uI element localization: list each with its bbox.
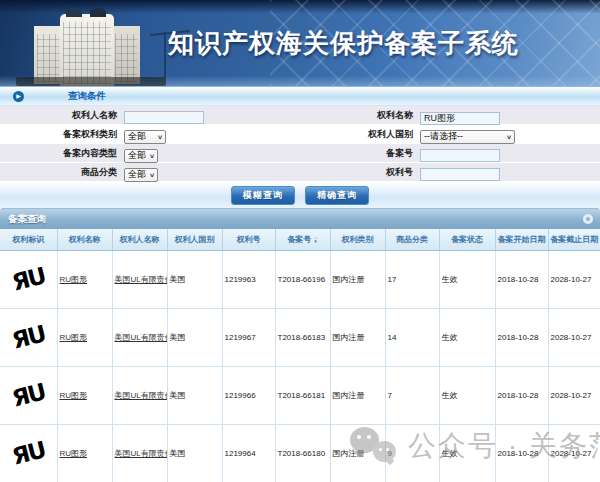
col-right-name[interactable]: 权利名称 (57, 229, 112, 250)
cell-start-date: 2018-10-28 (495, 424, 548, 482)
col-start-date[interactable]: 备案开始日期 (495, 229, 548, 250)
product-class-value: 全部 (128, 168, 146, 181)
right-name-link[interactable]: RU图形 (60, 391, 88, 400)
cell-end-date: 2028-10-27 (548, 308, 600, 366)
holder-name-link[interactable]: 美国UL有限责任公司 (115, 275, 168, 284)
col-right-no[interactable]: 权利号 (222, 229, 275, 250)
sort-icon[interactable]: ▲▼ (313, 236, 317, 243)
cell-record-no: T2018-66196 (275, 250, 330, 308)
fuzzy-query-button[interactable]: 模糊查询 (231, 186, 295, 205)
right-name-link[interactable]: RU图形 (60, 275, 88, 284)
building-right-wing (112, 26, 140, 84)
table-header-row: 权利标识 权利名称 权利人名称 权利人国别 权利号 备案号▲▼ 权利类别 商品分… (0, 229, 600, 250)
holder-country-label: 权利人国别 (296, 128, 420, 141)
app-banner: 知识产权海关保护备案子系统 (0, 0, 600, 86)
holder-name-input[interactable] (124, 111, 204, 124)
cell-country: 美国 (167, 424, 222, 482)
record-content-type-select[interactable]: 全部 ∨ (124, 149, 158, 163)
cell-record-no: T2018-66181 (275, 366, 330, 424)
cell-right-type: 国内注册 (330, 250, 385, 308)
cell-record-no: T2018-66180 (275, 424, 330, 482)
col-right-type[interactable]: 权利类别 (330, 229, 385, 250)
collapse-arrow-icon[interactable]: ▶ (13, 91, 24, 102)
table-row: ЯU RU图形 美国UL有限责任公司 美国 1219963 T2018-6619… (0, 250, 600, 308)
ru-mark-logo: ЯU (9, 262, 47, 295)
right-name-label: 权利名称 (296, 109, 420, 122)
cell-end-date: 2028-10-27 (548, 366, 600, 424)
product-class-label: 商品分类 (0, 166, 124, 179)
right-name-link[interactable]: RU图形 (60, 333, 88, 342)
col-record-no[interactable]: 备案号▲▼ (275, 229, 330, 250)
cell-start-date: 2018-10-28 (495, 308, 548, 366)
chevron-down-icon: ∨ (157, 133, 163, 140)
col-record-status[interactable]: 备案状态 (439, 229, 495, 250)
table-row: ЯU RU图形 美国UL有限责任公司 美国 1219964 T2018-6618… (0, 424, 600, 482)
cell-country: 美国 (167, 366, 222, 424)
dock-silhouette (16, 77, 166, 86)
holder-name-link[interactable]: 美国UL有限责任公司 (115, 391, 168, 400)
col-holder-name[interactable]: 权利人名称 (112, 229, 167, 250)
cell-right-no: 1219966 (222, 366, 275, 424)
table-row: ЯU RU图形 美国UL有限责任公司 美国 1219966 T2018-6618… (0, 366, 600, 424)
ru-mark-logo: ЯU (9, 320, 47, 353)
cell-end-date: 2028-10-27 (548, 424, 600, 482)
results-table: 权利标识 权利名称 权利人名称 权利人国别 权利号 备案号▲▼ 权利类别 商品分… (0, 229, 600, 482)
customs-building-graphic (30, 8, 148, 86)
exact-query-button[interactable]: 精确查询 (305, 186, 369, 205)
page: 知识产权海关保护备案子系统 ▶ 查询条件 权利人名称 权利名称 备案权利类别 全… (0, 0, 600, 482)
panel-collapse-button[interactable] (583, 214, 593, 224)
ru-mark-logo: ЯU (9, 436, 47, 469)
cell-country: 美国 (167, 250, 222, 308)
holder-country-select[interactable]: --请选择-- ∨ (420, 130, 515, 144)
cell-country: 美国 (167, 308, 222, 366)
cell-right-type: 国内注册 (330, 366, 385, 424)
query-conditions-title: 查询条件 (68, 90, 106, 103)
record-content-type-value: 全部 (128, 149, 146, 162)
query-conditions-bar: ▶ 查询条件 (0, 86, 600, 106)
product-class-select[interactable]: 全部 ∨ (124, 168, 158, 182)
form-row: 权利人名称 权利名称 (0, 106, 600, 125)
holder-name-link[interactable]: 美国UL有限责任公司 (115, 449, 168, 458)
chevron-down-icon: ∨ (506, 133, 512, 140)
results-panel-header: 备案查询 (0, 208, 600, 229)
record-content-type-label: 备案内容类型 (0, 147, 124, 160)
cell-status: 生效 (439, 424, 495, 482)
record-right-type-label: 备案权利类别 (0, 128, 124, 141)
cell-status: 生效 (439, 250, 495, 308)
holder-name-link[interactable]: 美国UL有限责任公司 (115, 333, 168, 342)
cell-status: 生效 (439, 308, 495, 366)
right-no-label: 权利号 (296, 166, 420, 179)
cell-status: 生效 (439, 366, 495, 424)
query-actions: 模糊查询 精确查询 (0, 182, 600, 208)
record-no-label: 备案号 (296, 147, 420, 160)
col-holder-country[interactable]: 权利人国别 (167, 229, 222, 250)
building-tower (60, 14, 114, 86)
holder-country-value: --请选择-- (424, 130, 463, 143)
cell-right-type: 国内注册 (330, 308, 385, 366)
app-title: 知识产权海关保护备案子系统 (168, 26, 519, 61)
col-product-class[interactable]: 商品分类 (385, 229, 439, 250)
table-row: ЯU RU图形 美国UL有限责任公司 美国 1219967 T2018-6618… (0, 308, 600, 366)
right-name-input[interactable] (420, 112, 500, 125)
cell-right-no: 1219963 (222, 250, 275, 308)
record-no-input[interactable] (420, 149, 500, 162)
cell-start-date: 2018-10-28 (495, 366, 548, 424)
form-row: 商品分类 全部 ∨ 权利号 (0, 163, 600, 182)
cell-product-class: 14 (385, 308, 439, 366)
col-right-logo[interactable]: 权利标识 (0, 229, 57, 250)
chevron-down-icon: ∨ (149, 171, 155, 178)
right-name-link[interactable]: RU图形 (60, 449, 88, 458)
results-panel-title: 备案查询 (8, 213, 46, 226)
form-row: 备案权利类别 全部 ∨ 权利人国别 --请选择-- ∨ (0, 125, 600, 144)
record-right-type-select[interactable]: 全部 ∨ (124, 130, 166, 144)
building-dome (66, 8, 82, 17)
chevron-down-icon: ∨ (149, 152, 155, 159)
ru-mark-logo: ЯU (9, 378, 47, 411)
cell-right-type: 国内注册 (330, 424, 385, 482)
cell-record-no: T2018-66183 (275, 308, 330, 366)
holder-name-label: 权利人名称 (0, 109, 124, 122)
col-record-no-label: 备案号 (287, 235, 311, 244)
building-left-wing (34, 26, 62, 84)
col-end-date[interactable]: 备案截止日期 (548, 229, 600, 250)
right-no-input[interactable] (420, 168, 500, 181)
